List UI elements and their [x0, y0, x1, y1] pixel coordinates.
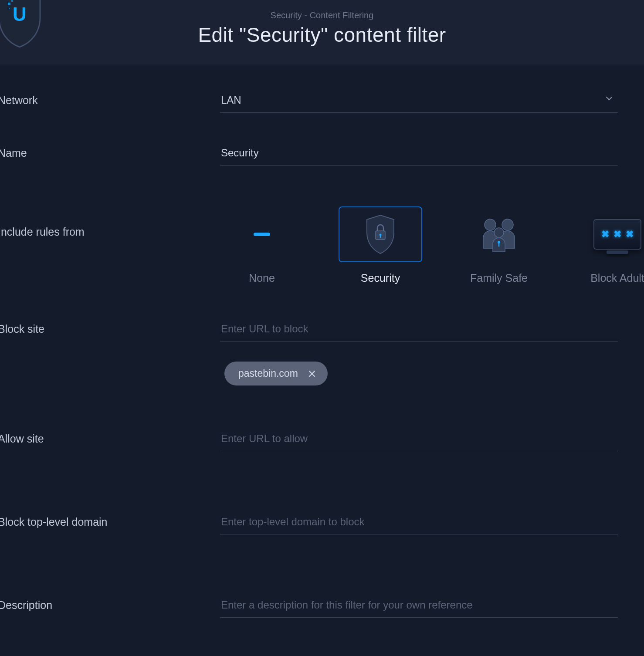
include-rules-label: Include rules from [0, 205, 220, 238]
rule-preset-label: Block Adult [590, 272, 644, 284]
rule-preset-group: None Security [220, 205, 621, 284]
breadcrumb: Security - Content Filtering [271, 10, 374, 20]
svg-rect-11 [498, 243, 500, 247]
description-input[interactable] [220, 595, 618, 618]
rule-preset-security[interactable]: Security [339, 206, 422, 284]
svg-rect-6 [380, 235, 381, 238]
allow-site-input[interactable] [220, 429, 618, 451]
none-icon [220, 206, 304, 262]
name-input[interactable] [220, 143, 618, 166]
svg-point-7 [485, 219, 496, 230]
block-site-chip: pastebin.com [224, 362, 328, 385]
svg-text:U: U [13, 3, 27, 25]
svg-rect-2 [11, 0, 13, 2]
rule-preset-label: Security [361, 272, 400, 284]
content-filter-form: Network Name Include rules from None [0, 64, 644, 618]
block-site-input[interactable] [220, 319, 618, 342]
allow-site-label: Allow site [0, 429, 220, 445]
family-icon [457, 206, 541, 262]
block-adult-icon: ✖✖✖ [576, 206, 644, 262]
page-title: Edit "Security" content filter [198, 23, 446, 47]
rule-preset-label: Family Safe [470, 272, 528, 284]
block-tld-input[interactable] [220, 512, 618, 534]
close-icon[interactable] [308, 369, 316, 378]
page-header: U Security - Content Filtering Edit "Sec… [0, 0, 644, 64]
network-select[interactable] [220, 91, 618, 113]
svg-rect-1 [8, 3, 10, 5]
rule-preset-adult[interactable]: ✖✖✖ Block Adult [576, 206, 644, 284]
app-shield-logo: U [0, 0, 44, 49]
block-tld-label: Block top-level domain [0, 512, 220, 528]
block-site-label: Block site [0, 319, 220, 335]
description-label: Description [0, 595, 220, 612]
chip-text: pastebin.com [238, 368, 298, 379]
svg-point-9 [494, 228, 504, 237]
rule-preset-none[interactable]: None [220, 206, 304, 284]
rule-preset-family[interactable]: Family Safe [457, 206, 541, 284]
block-site-chip-list: pastebin.com [220, 362, 618, 385]
name-label: Name [0, 143, 220, 159]
svg-point-8 [502, 219, 513, 230]
rule-preset-label: None [249, 272, 275, 284]
network-label: Network [0, 91, 220, 107]
svg-rect-3 [9, 8, 10, 9]
shield-lock-icon [339, 206, 422, 262]
